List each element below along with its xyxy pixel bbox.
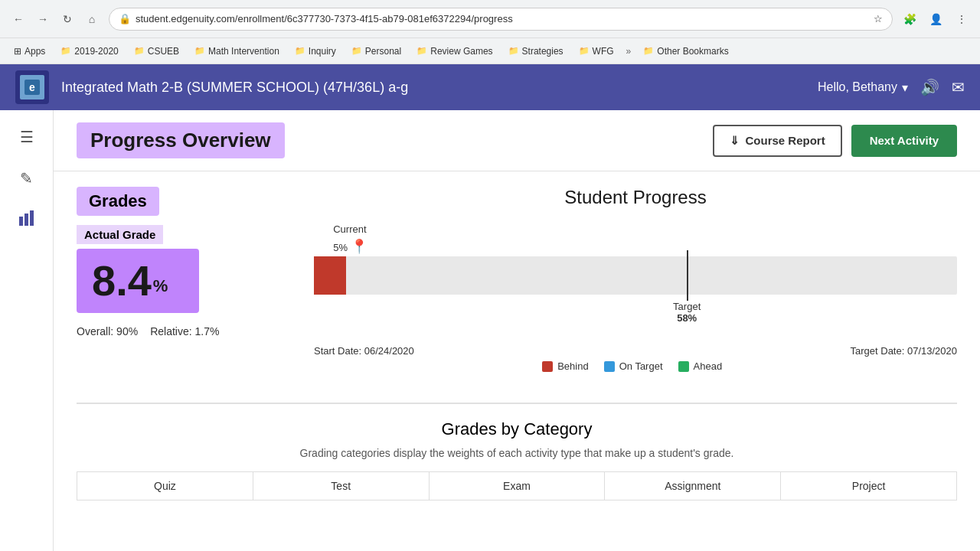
browser-icons: 🧩 👤 ⋮: [899, 8, 972, 30]
folder-icon: 📁: [508, 46, 519, 56]
grade-value-box: 8.4 %: [77, 249, 199, 313]
assignment-label: Assignment: [665, 480, 720, 492]
home-button[interactable]: ⌂: [81, 8, 103, 30]
edit-icon: ✎: [20, 169, 33, 187]
notifications-button[interactable]: 🔊: [920, 78, 939, 96]
refresh-button[interactable]: ↻: [57, 8, 78, 30]
category-quiz: Quiz: [77, 472, 253, 500]
bookmark-csueb[interactable]: 📁 CSUEB: [128, 43, 185, 60]
grade-number: 8.4: [92, 259, 152, 302]
ahead-label: Ahead: [694, 360, 723, 372]
course-report-button[interactable]: ⇓ Course Report: [713, 125, 842, 157]
behind-label: Behind: [557, 360, 588, 372]
project-label: Project: [852, 480, 886, 492]
sidebar-chart-button[interactable]: [8, 201, 46, 239]
target-percent: 58%: [673, 312, 701, 324]
app-logo: e: [15, 70, 49, 104]
apps-label: Apps: [24, 46, 45, 57]
app-header: e Integrated Math 2-B (SUMMER SCHOOL) (4…: [0, 64, 980, 110]
sidebar-edit-button[interactable]: ✎: [8, 159, 46, 197]
lock-icon: 🔒: [119, 13, 131, 24]
bookmark-2019[interactable]: 📁 2019-2020: [54, 43, 124, 60]
browser-bar: ← → ↻ ⌂ 🔒 student.edgenuity.com/enrollme…: [0, 0, 980, 38]
grade-stats: Overall: 90% Relative: 1.7%: [77, 325, 291, 337]
grade-percent-symbol: %: [153, 276, 168, 296]
category-assignment: Assignment: [605, 472, 781, 500]
folder-icon: 📁: [643, 46, 654, 56]
bookmark-label: CSUEB: [148, 46, 179, 57]
current-percent-value: 5%: [333, 242, 348, 253]
profile-button[interactable]: 👤: [925, 8, 946, 30]
ahead-dot: [678, 361, 689, 372]
header-actions: ⇓ Course Report Next Activity: [713, 125, 958, 157]
progress-title: Student Progress: [314, 187, 957, 208]
download-icon: ⇓: [730, 134, 740, 148]
legend-ahead: Ahead: [678, 360, 723, 372]
quiz-label: Quiz: [154, 480, 176, 492]
svg-rect-2: [19, 217, 23, 226]
grades-title: Grades: [89, 191, 147, 210]
course-report-label: Course Report: [746, 134, 825, 147]
bookmark-inquiry[interactable]: 📁 Inquiry: [289, 43, 342, 60]
on-target-label: On Target: [619, 360, 663, 372]
test-label: Test: [331, 480, 351, 492]
overall-stat: Overall: 90%: [77, 325, 138, 337]
folder-icon: 📁: [194, 46, 205, 56]
on-target-dot: [604, 361, 615, 372]
messages-button[interactable]: ✉: [952, 78, 965, 96]
target-line: [687, 250, 688, 301]
nav-buttons: ← → ↻ ⌂: [8, 8, 103, 30]
more-bookmarks[interactable]: »: [623, 43, 635, 60]
folder-icon: 📁: [60, 46, 71, 56]
greeting-text: Hello, Bethany: [818, 80, 897, 94]
page-title-wrapper: Progress Overview: [77, 122, 285, 158]
bookmark-other[interactable]: 📁 Other Bookmarks: [637, 43, 734, 60]
sidebar-menu-button[interactable]: ☰: [8, 118, 46, 156]
bookmark-label: WFG: [593, 46, 614, 57]
edgenuity-logo-icon: e: [23, 78, 41, 96]
svg-rect-3: [24, 214, 28, 226]
bookmark-strategies[interactable]: 📁 Strategies: [502, 43, 570, 60]
menu-button[interactable]: ⋮: [951, 8, 972, 30]
user-menu-button[interactable]: Hello, Bethany ▾: [818, 80, 908, 95]
grades-title-box: Grades: [77, 187, 159, 216]
bookmark-label: Review Games: [430, 46, 492, 57]
progress-bar-container: [314, 256, 957, 295]
sidebar: ☰ ✎: [0, 110, 54, 551]
next-activity-label: Next Activity: [870, 134, 939, 147]
behind-dot: [542, 361, 553, 372]
bookmark-personal[interactable]: 📁 Personal: [345, 43, 407, 60]
address-bar[interactable]: 🔒 student.edgenuity.com/enrollment/6c377…: [109, 8, 893, 31]
apps-bookmark[interactable]: ⊞ Apps: [8, 43, 51, 60]
relative-stat: Relative: 1.7%: [150, 325, 219, 337]
bookmark-label: Personal: [365, 46, 401, 57]
bookmark-review[interactable]: 📁 Review Games: [410, 43, 498, 60]
bookmark-wfg[interactable]: 📁 WFG: [573, 43, 620, 60]
main-layout: ☰ ✎ Progress Overview ⇓ C: [0, 110, 980, 551]
category-project: Project: [781, 472, 956, 500]
folder-icon: 📁: [134, 46, 145, 56]
chevron-down-icon: ▾: [902, 80, 908, 95]
app-logo-inner: e: [20, 75, 44, 99]
grades-by-category-section: Grades by Category Grading categories di…: [54, 404, 980, 516]
progress-chart-area: Current 5% 📍 Target: [314, 223, 957, 372]
menu-icon: ☰: [20, 128, 34, 146]
progress-bar-fill: [314, 256, 346, 295]
student-progress-panel: Student Progress Current 5% 📍: [314, 187, 957, 387]
svg-text:e: e: [29, 81, 35, 93]
legend: Behind On Target Ahead: [542, 360, 722, 372]
bookmark-label: Inquiry: [309, 46, 336, 57]
forward-button[interactable]: →: [32, 8, 54, 30]
back-button[interactable]: ←: [8, 8, 29, 30]
next-activity-button[interactable]: Next Activity: [851, 125, 957, 157]
extensions-button[interactable]: 🧩: [899, 8, 920, 30]
header-right: Hello, Bethany ▾ 🔊 ✉: [818, 78, 965, 96]
main-content: Grades Actual Grade 8.4 % Overall: 90% R…: [54, 171, 980, 403]
exam-label: Exam: [503, 480, 531, 492]
page-header: Progress Overview ⇓ Course Report Next A…: [54, 110, 980, 171]
bookmark-label: Other Bookmarks: [657, 46, 728, 57]
grades-panel: Grades Actual Grade 8.4 % Overall: 90% R…: [77, 187, 291, 387]
bookmark-math[interactable]: 📁 Math Intervention: [188, 43, 286, 60]
folder-icon: 📁: [579, 46, 590, 56]
location-pin-icon: 📍: [351, 239, 368, 254]
